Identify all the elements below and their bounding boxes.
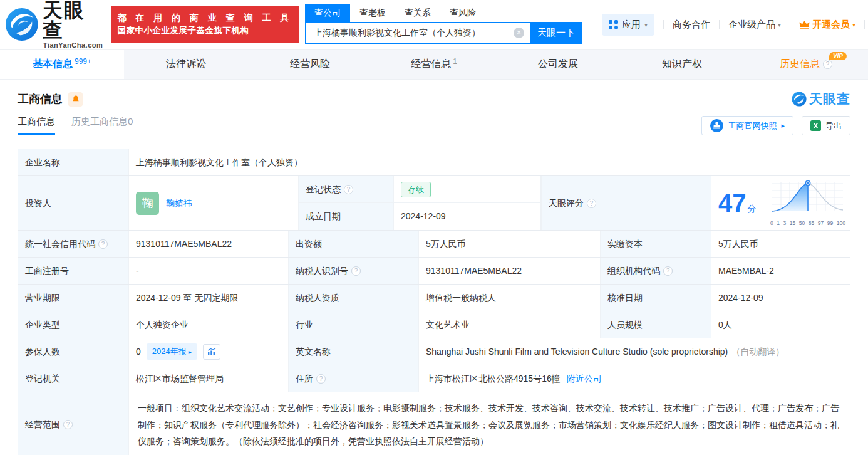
help-icon[interactable]: ?: [663, 266, 673, 276]
help-icon[interactable]: ?: [98, 239, 108, 249]
tab-legal-proceedings[interactable]: 法律诉讼: [124, 50, 248, 79]
arrow-right-icon: ▸: [189, 347, 192, 357]
apps-button[interactable]: 应用 ▾: [602, 14, 654, 36]
score-value: 47: [718, 191, 747, 216]
annual-report-badge[interactable]: 2024年报 ▸: [147, 343, 197, 360]
field-value-paid-capital: 5万人民币: [711, 231, 850, 257]
investor-avatar[interactable]: 鞠: [136, 192, 159, 215]
search-button[interactable]: 天眼一下: [530, 22, 582, 44]
search-area: 查公司 查老板 查关系 查风险 × 天眼一下: [305, 5, 582, 44]
field-value-english-name: Shanghai Jushi Shunli Film and Televisio…: [419, 338, 850, 365]
insured-trend-button[interactable]: [203, 344, 220, 360]
field-label-term: 营业期限: [18, 285, 129, 311]
help-icon[interactable]: ?: [316, 374, 326, 384]
investor-link[interactable]: 鞠婧祎: [166, 197, 192, 210]
logo-swirl-icon: [5, 7, 39, 42]
field-value-uscc: 91310117MAE5MBAL22: [129, 231, 289, 257]
field-value-investor: 鞠 鞠婧祎: [129, 176, 299, 230]
table-row-insured: 参保人数 0 2024年报 ▸: [18, 338, 850, 365]
field-label-approve-date: 核准日期: [601, 285, 711, 311]
field-label-address: 住所 ?: [289, 365, 419, 392]
help-icon[interactable]: ?: [63, 420, 73, 429]
logo-text: 天眼查: [43, 0, 104, 40]
slogan-badge: 都 在 用 的 商 业 查 询 工 具 国家中小企业发展子基金旗下机构: [111, 6, 299, 43]
field-label-authority: 登记机关: [18, 365, 129, 392]
arrow-right-icon: ▸: [781, 122, 785, 130]
tianyancha-company-page: 天眼查 TianYanCha.com 都 在 用 的 商 业 查 询 工 具 国…: [0, 0, 868, 455]
bar-chart-icon: [207, 348, 216, 356]
table-row-term: 营业期限 2024-12-09 至 无固定期限 纳税人资质 增值税一般纳税人 核…: [18, 285, 850, 311]
field-label-staff-size: 人员规模: [601, 311, 711, 338]
table-row-scope: 经营范围 ? 一般项目：组织文化艺术交流活动；文艺创作；专业设计服务；电影摄制服…: [18, 392, 850, 455]
watermark-logo: 天眼查: [792, 90, 850, 108]
subtab-business-info[interactable]: 工商信息: [18, 116, 55, 135]
auto-translate-note: （自动翻译）: [731, 345, 784, 358]
field-value-capital: 5万人民币: [419, 231, 601, 257]
business-info-table: 企业名称 上海橘事顺利影视文化工作室（个人独资） 投资人 鞠 鞠婧祎 登记状态 …: [18, 149, 850, 455]
table-row-company-name: 企业名称 上海橘事顺利影视文化工作室（个人独资）: [18, 149, 850, 176]
field-value-address: 上海市松江区北松公路4915号16幢 附近公司: [419, 365, 850, 392]
subtab-history-business-info[interactable]: 历史工商信息0: [71, 116, 133, 135]
subscribe-bell-icon[interactable]: [68, 92, 83, 107]
nearby-companies-link[interactable]: 附近公司: [567, 372, 602, 385]
help-icon[interactable]: ?: [344, 185, 353, 194]
field-value-authority: 松江区市场监督管理局: [129, 365, 289, 392]
tab-operation-risk[interactable]: 经营风险: [248, 50, 372, 79]
field-value-company-type: 个人独资企业: [129, 311, 289, 338]
export-button[interactable]: 导出: [802, 116, 850, 135]
tianyancha-logo[interactable]: 天眼查 TianYanCha.com: [5, 0, 103, 49]
slogan-line1: 都 在 用 的 商 业 查 询 工 具: [117, 11, 292, 24]
logo-domain: TianYanCha.com: [43, 42, 103, 49]
field-value-insured: 0 2024年报 ▸: [129, 338, 289, 365]
tab-basic-info[interactable]: 基本信息 999+: [0, 50, 124, 79]
nav-enterprise-products[interactable]: 企业级产品 ▾: [728, 19, 781, 31]
field-value-reg-status: 存续: [394, 176, 541, 203]
crown-icon: [799, 20, 810, 29]
help-icon[interactable]: ?: [351, 266, 361, 276]
help-icon[interactable]: ?: [587, 199, 596, 208]
clear-search-icon[interactable]: ×: [514, 28, 524, 38]
search-tab-company[interactable]: 查公司: [305, 4, 350, 22]
search-tabs: 查公司 查老板 查关系 查风险: [305, 5, 582, 22]
field-label-english-name: 英文名称: [289, 338, 419, 365]
tab-company-development[interactable]: 公司发展: [496, 50, 620, 79]
search-tab-boss[interactable]: 查老板: [350, 4, 395, 22]
company-tab-strip: 基本信息 999+ 法律诉讼 经营风险 经营信息 1 公司发展 知识产权 VIP…: [0, 50, 868, 80]
field-label-establish-date: 成立日期: [299, 203, 394, 230]
table-row-investor: 投资人 鞠 鞠婧祎 登记状态 ? 存续 成立日期: [18, 176, 850, 231]
field-label-company-type: 企业类型: [18, 311, 129, 338]
search-tab-relation[interactable]: 查关系: [395, 4, 440, 22]
field-value-term: 2024-12-09 至 无固定期限: [129, 285, 289, 311]
search-input[interactable]: [305, 22, 530, 44]
tab-intellectual-property[interactable]: 知识产权: [620, 50, 744, 79]
field-label-tax-qualification: 纳税人资质: [289, 285, 419, 311]
field-value-industry: 文化艺术业: [419, 311, 601, 338]
nav-open-vip[interactable]: 开通会员 ▾: [799, 19, 855, 31]
field-label-insured: 参保人数: [18, 338, 129, 365]
field-value-regno: -: [129, 258, 289, 284]
watermark-text: 天眼查: [809, 90, 850, 108]
vip-badge: VIP: [829, 52, 847, 60]
field-value-score: 47 分: [711, 176, 850, 230]
field-value-tax-qualification: 增值税一般纳税人: [419, 285, 601, 311]
table-row-type: 企业类型 个人独资企业 行业 文化艺术业 人员规模 0人: [18, 311, 850, 338]
field-value-orgcode: MAE5MBAL-2: [711, 258, 850, 284]
table-row-uscc: 统一社会信用代码 ? 91310117MAE5MBAL22 出资额 5万人民币 …: [18, 231, 850, 258]
chevron-down-icon: ▾: [644, 21, 648, 28]
snapshot-button[interactable]: 工商官网快照 ▸: [701, 116, 793, 135]
score-chart-ticks: 0131550859799100: [770, 219, 846, 227]
field-value-establish-date: 2024-12-09: [394, 203, 541, 230]
field-value-scope: 一般项目：组织文化艺术交流活动；文艺创作；专业设计服务；电影摄制服务；技术服务、…: [129, 392, 850, 455]
search-tab-risk[interactable]: 查风险: [440, 4, 485, 22]
field-label-industry: 行业: [289, 311, 419, 338]
field-value-taxid: 91310117MAE5MBAL22: [419, 258, 601, 284]
help-icon[interactable]: ?: [823, 60, 832, 69]
field-value-approve-date: 2024-12-09: [711, 285, 850, 311]
chevron-down-icon: ▾: [778, 21, 781, 28]
tab-history-info[interactable]: VIP 历史信息 ?: [744, 50, 868, 79]
stamp-icon: [710, 119, 723, 132]
tab-operation-info[interactable]: 经营信息 1: [372, 50, 496, 79]
field-label-orgcode: 组织机构代码 ?: [601, 258, 711, 284]
nav-business-cooperation[interactable]: 商务合作: [673, 19, 710, 31]
field-label-taxid: 纳税人识别号 ?: [289, 258, 419, 284]
